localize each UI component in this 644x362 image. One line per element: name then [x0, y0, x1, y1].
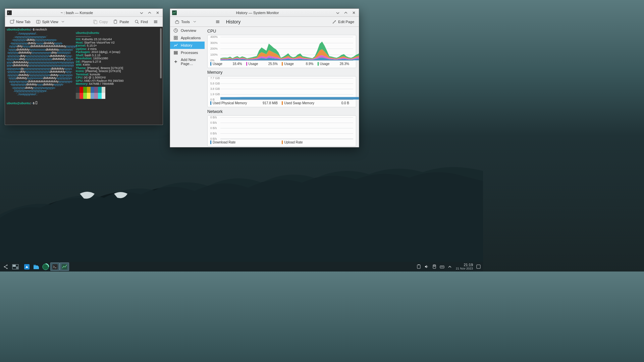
cpu-legend: Usage18.4%Usage25.5%Usage8.9%Usage28.3%: [210, 62, 353, 66]
paste-icon: [113, 19, 118, 24]
legend-item: Usage8.9%: [282, 62, 318, 66]
addnew-icon: [173, 59, 178, 64]
app-launcher-button[interactable]: [1, 262, 11, 271]
konsole-window: ~ : bash — Konsole New Tab Split View Co…: [5, 8, 163, 125]
memory-section-title: Memory: [207, 70, 356, 75]
new-tab-button[interactable]: New Tab: [8, 18, 33, 25]
split-view-button[interactable]: Split View: [34, 18, 67, 25]
svg-rect-38: [477, 265, 480, 268]
new-tab-icon: [10, 19, 14, 24]
sidebar-item-applications[interactable]: Applications: [170, 34, 205, 42]
clock-date: 21 Nov 2023: [456, 267, 473, 270]
task-manager-pager[interactable]: [11, 262, 20, 271]
sidebar-item-processes[interactable]: Processes: [170, 49, 205, 56]
edit-page-button[interactable]: Edit Page: [330, 18, 356, 25]
terminal-area[interactable]: ubuntu@ubuntu:~$ neofetch `.:/ossyyyysso…: [5, 27, 163, 125]
konsole-toolbar: New Tab Split View Copy Paste Find: [5, 17, 163, 27]
task-system-monitor[interactable]: [60, 262, 69, 271]
cpu-section-title: CPU: [207, 29, 356, 34]
svg-rect-32: [417, 265, 420, 268]
tray-volume-icon[interactable]: [424, 262, 429, 271]
svg-rect-25: [16, 266, 18, 269]
sidebar-item-addnew[interactable]: Add New Page…: [170, 56, 205, 67]
svg-rect-17: [174, 51, 177, 52]
maximize-button[interactable]: [344, 11, 349, 14]
tray-disk-icon[interactable]: [432, 262, 437, 271]
sysmon-window: History — System Monitor Tools History E…: [170, 8, 359, 147]
new-tab-label: New Tab: [16, 20, 31, 24]
taskbar: 21:19 21 Nov 2023: [0, 262, 483, 272]
cpu-chart: 400%300%200%100%0%: [210, 37, 353, 60]
copy-icon: [93, 19, 98, 24]
task-konsole[interactable]: [50, 262, 60, 271]
tray-keyboard-icon[interactable]: [439, 262, 445, 271]
network-legend: Download RateUpload Rate: [210, 140, 353, 144]
prompt-user-2: ubuntu@ubuntu: [7, 102, 30, 105]
network-card: 0 B/s0 B/s0 B/s0 B/s0 B/s Download RateU…: [207, 115, 356, 146]
sidebar-item-history[interactable]: History: [170, 42, 205, 49]
sidebar-item-label: Processes: [181, 51, 198, 55]
sysmon-content[interactable]: CPU 400%300%200%100%0% Usage18.4%Usage25…: [205, 27, 359, 147]
minimize-button[interactable]: [140, 11, 145, 14]
find-button[interactable]: Find: [132, 18, 150, 25]
sidebar-item-overview[interactable]: Overview: [170, 27, 205, 34]
svg-rect-35: [434, 265, 435, 266]
split-view-icon: [36, 19, 41, 24]
copy-button: Copy: [91, 18, 110, 25]
task-browser[interactable]: [41, 262, 50, 271]
memory-legend: Used Physical Memory917.8 MiBUsed Swap M…: [210, 101, 353, 105]
edit-page-label: Edit Page: [338, 20, 354, 24]
maximize-button[interactable]: [148, 11, 153, 14]
tray-clipboard-icon[interactable]: [416, 262, 422, 271]
clock-time: 21:19: [456, 263, 473, 267]
neofetch-info: ubuntu@ubuntu --------------- OS: Kubunt…: [76, 32, 123, 99]
konsole-titlebar[interactable]: ~ : bash — Konsole: [5, 9, 163, 17]
paste-button[interactable]: Paste: [111, 18, 131, 25]
legend-item: Usage18.4%: [210, 62, 246, 66]
prompt-symbol: $: [33, 28, 35, 31]
history-icon: [173, 43, 178, 48]
hamburger-icon: [215, 19, 220, 24]
sidebar-item-label: History: [181, 43, 192, 47]
svg-rect-7: [115, 20, 116, 20]
copy-label: Copy: [99, 20, 108, 24]
close-button[interactable]: [156, 11, 161, 14]
pencil-icon: [332, 19, 336, 24]
task-dolphin[interactable]: [32, 262, 41, 271]
sysmon-sidebar: OverviewApplicationsHistoryProcessesAdd …: [170, 27, 205, 147]
tray-chevron-up-icon[interactable]: [447, 262, 452, 271]
processes-icon: [173, 50, 178, 55]
legend-item: Used Swap Memory0.0 B: [282, 101, 353, 105]
sysmon-toolbar: Tools History Edit Page: [170, 17, 359, 27]
hamburger-menu-button[interactable]: [151, 18, 160, 25]
minimize-button[interactable]: [336, 11, 341, 14]
network-chart: 0 B/s0 B/s0 B/s0 B/s0 B/s: [210, 117, 353, 139]
konsole-app-icon: [7, 10, 12, 15]
task-discover[interactable]: [22, 262, 32, 271]
sysmon-titlebar[interactable]: History — System Monitor: [170, 9, 359, 17]
svg-rect-15: [174, 38, 175, 40]
sidebar-item-label: Add New Page…: [181, 58, 201, 66]
legend-item: Upload Rate: [282, 140, 353, 144]
hamburger-menu-button[interactable]: [213, 18, 222, 25]
search-icon: [135, 19, 139, 24]
sysmon-app-icon: [172, 10, 177, 15]
show-desktop-button[interactable]: [475, 262, 482, 271]
clock[interactable]: 21:19 21 Nov 2023: [456, 263, 473, 270]
terminal-scrollbar[interactable]: [160, 28, 162, 78]
color-swatches-dark: [76, 87, 123, 93]
tools-button[interactable]: Tools: [173, 18, 199, 25]
svg-rect-6: [114, 20, 117, 23]
legend-item: Usage25.5%: [246, 62, 282, 66]
svg-line-9: [138, 22, 139, 23]
find-label: Find: [141, 20, 148, 24]
toolbox-icon: [175, 19, 179, 24]
svg-rect-30: [52, 264, 58, 269]
close-button[interactable]: [352, 11, 357, 14]
prompt-symbol-2: $: [33, 102, 35, 105]
svg-rect-27: [34, 265, 36, 266]
svg-rect-5: [95, 21, 97, 24]
overview-icon: [173, 28, 178, 33]
chevron-down-icon: [193, 19, 197, 24]
applications-icon: [173, 36, 178, 40]
